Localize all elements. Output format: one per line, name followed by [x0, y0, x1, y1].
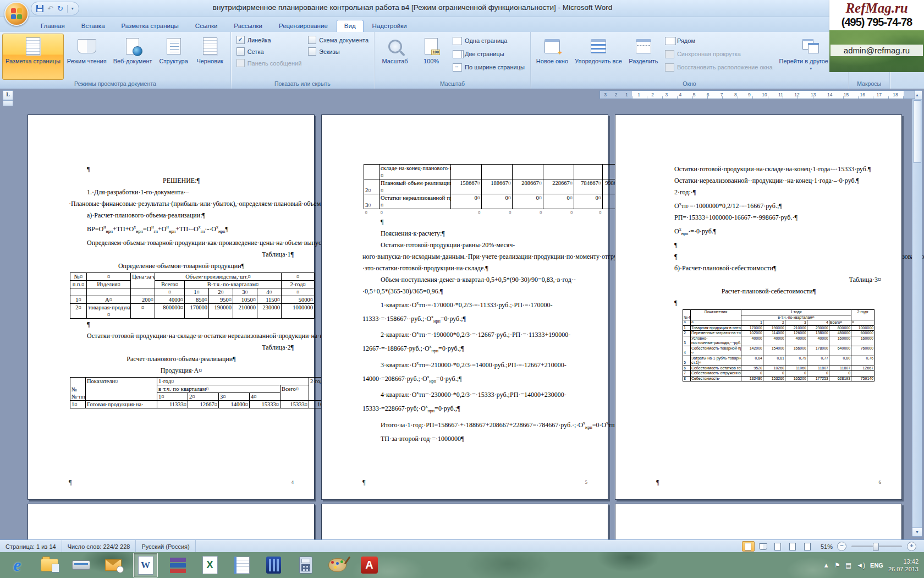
taskbar-paint-icon[interactable] — [326, 553, 349, 577]
scroll-down-arrow-icon[interactable]: ▼ — [912, 527, 922, 536]
redo-icon[interactable]: ↻ — [57, 5, 63, 12]
vertical-scrollbar[interactable]: ▲ ▼ — [912, 90, 922, 537]
doc-paragraph: ¶ — [362, 216, 587, 228]
scrollbar-thumb[interactable] — [913, 100, 921, 163]
view-draft-button[interactable] — [801, 541, 814, 552]
status-word-count[interactable]: Число слов: 224/2 228 — [62, 540, 136, 553]
tab-ssylki[interactable]: Ссылки — [188, 20, 226, 32]
draft-button[interactable]: Черновик — [192, 34, 228, 80]
tab-glavnaya[interactable]: Главная — [33, 20, 73, 32]
taskbar-notepad-icon[interactable] — [230, 553, 254, 577]
view-web-button[interactable] — [772, 541, 784, 552]
tab-vid[interactable]: Вид — [337, 20, 364, 32]
one-page-button[interactable]: Одна страница — [450, 35, 527, 46]
split-button[interactable]: Разделить — [625, 34, 662, 80]
ruler-number: 18 — [893, 92, 898, 97]
checkbox-document-map[interactable]: Схема документа — [308, 36, 369, 44]
document-page-1[interactable]: ¶РЕШЕНИЕ:¶1.·Для·разработки·1-го·докумен… — [28, 114, 315, 500]
view-side-by-side-button[interactable]: Рядом — [663, 35, 775, 46]
doc-table-cell: Затраты·на·1·рубль·товарной·продукции,·р… — [691, 356, 741, 366]
view-reading-button[interactable] — [757, 541, 769, 552]
tab-nadstroyki[interactable]: Надстройки — [365, 20, 415, 32]
doc-table-cell: 0,77 — [807, 356, 829, 366]
taskbar-winrar-icon[interactable] — [166, 553, 190, 577]
checkbox-thumbnails[interactable]: Эскизы — [308, 47, 369, 56]
doc-table-cell — [364, 165, 380, 179]
taskbar-scanner-icon[interactable] — [69, 553, 93, 577]
zoom-in-button[interactable]: + — [907, 542, 916, 551]
status-language[interactable]: Русский (Россия) — [136, 540, 195, 553]
page-1-content[interactable]: ¶РЕШЕНИЕ:¶1.·Для·разработки·1-го·докумен… — [69, 163, 294, 408]
doc-table-cell: 0¤ — [482, 194, 513, 209]
taskbar-explorer-icon[interactable] — [37, 553, 61, 577]
doc-table-cell: 15333¤ — [280, 401, 309, 408]
new-window-button[interactable]: Новое окно — [533, 34, 571, 80]
document-page-4-partial[interactable] — [28, 504, 315, 539]
tray-volume-icon[interactable]: ◄) — [856, 561, 865, 569]
ruler-number: 11 — [778, 92, 783, 97]
doc-table-cell: 760000 — [851, 346, 875, 356]
zoom-percentage[interactable]: 51% — [821, 543, 833, 550]
reading-mode-button[interactable]: Режим чтения — [64, 34, 110, 80]
taskbar-internet-explorer-icon[interactable]: e — [6, 553, 29, 577]
taskbar-word-icon[interactable]: W — [133, 553, 158, 577]
tray-flag-icon[interactable]: ⚑ — [834, 561, 840, 569]
zoom-button[interactable]: Масштаб — [377, 34, 413, 80]
arrange-all-button[interactable]: Упорядочить все — [571, 34, 625, 80]
tray-clock[interactable]: 13:42 26.07.2013 — [888, 558, 921, 573]
tray-network-icon[interactable]: ▤ — [845, 561, 851, 569]
taskbar-storage-icon[interactable] — [262, 553, 285, 577]
page-3-content[interactable]: Остатки·готовой·продукции·на·складе·на·к… — [656, 163, 881, 381]
zoom-out-button[interactable]: − — [837, 542, 846, 551]
taskbar-excel-icon[interactable]: X — [198, 553, 222, 577]
doc-table-cell: 15333¤ — [250, 401, 280, 408]
document-page-5-partial[interactable] — [321, 504, 608, 539]
doc-table-cell: 4¤ — [250, 393, 280, 401]
refmag-photo: admin@refmag.ru — [829, 30, 924, 72]
ruler-number: 12 — [794, 92, 799, 97]
undo-icon[interactable]: ↶ — [47, 5, 53, 12]
tray-language-indicator[interactable]: ENG — [870, 562, 883, 569]
doc-table-cell: 190000 — [763, 325, 785, 331]
zoom-slider-thumb[interactable] — [873, 543, 879, 551]
page-2-content[interactable]: складе·на·конец·планового·периода,·руб.¤… — [362, 163, 587, 445]
doc-table-cell: 4000¤ — [155, 296, 185, 304]
office-button[interactable] — [4, 2, 29, 26]
view-print-layout-button[interactable] — [742, 541, 755, 552]
horizontal-ruler[interactable]: 321 123456789101112131415161718 — [600, 90, 915, 99]
print-layout-button[interactable]: Разметка страницы — [2, 34, 64, 80]
taskbar-outlook-icon[interactable] — [101, 553, 125, 577]
page-width-button[interactable]: По ширине страницы — [450, 62, 527, 73]
document-map-checkbox-icon — [308, 36, 316, 44]
doc-table-cell: 1¤ — [185, 288, 209, 296]
outline-button[interactable]: Структура — [156, 34, 192, 80]
doc-table-cell: 1·год¤ — [741, 310, 851, 315]
tab-recenzirovanie[interactable]: Рецензирование — [271, 20, 336, 32]
web-layout-button[interactable]: Веб-документ — [110, 34, 156, 80]
zoom-100-button[interactable]: 100% — [413, 34, 449, 80]
tab-stop-selector[interactable]: L — [3, 90, 13, 100]
customize-qat-chevron-icon[interactable]: ▾ — [72, 6, 74, 11]
document-page-3[interactable]: Остатки·готовой·продукции·на·складе·на·к… — [615, 114, 902, 500]
group-label-macros: Макросы — [849, 80, 889, 89]
checkbox-message-bar: Панель сообщений — [237, 59, 302, 67]
tab-rassylki[interactable]: Рассылки — [226, 20, 270, 32]
status-page-count[interactable]: Страница: 1 из 14 — [0, 540, 62, 553]
doc-paragraph: Остатки·нереализованной··продукции··на·к… — [656, 175, 881, 187]
zoom-slider[interactable] — [851, 546, 902, 547]
save-icon[interactable] — [36, 5, 43, 12]
two-pages-button[interactable]: Две страницы — [450, 48, 527, 59]
document-page-6-partial[interactable] — [615, 504, 902, 539]
document-page-2[interactable]: складе·на·конец·планового·периода,·руб.¤… — [321, 114, 608, 500]
doc-paragraph: ТП·за·второй·год·=·1000000¶ — [362, 433, 587, 445]
ribbon: Разметка страницы Режим чтения Веб-докум… — [0, 32, 924, 89]
page-number: 4 — [292, 478, 294, 486]
taskbar-acrobat-icon[interactable]: A — [358, 553, 381, 577]
checkbox-gridlines[interactable]: Сетка — [237, 47, 302, 56]
tab-razmetka-stranicy[interactable]: Разметка страницы — [114, 20, 186, 32]
taskbar-calculator-icon[interactable] — [294, 553, 317, 577]
tab-vstavka[interactable]: Вставка — [74, 20, 113, 32]
tray-expand-arrow-icon[interactable]: ▲ — [823, 561, 829, 569]
view-outline-button[interactable] — [787, 541, 799, 552]
checkbox-ruler[interactable]: ✓ Линейка — [237, 36, 302, 44]
